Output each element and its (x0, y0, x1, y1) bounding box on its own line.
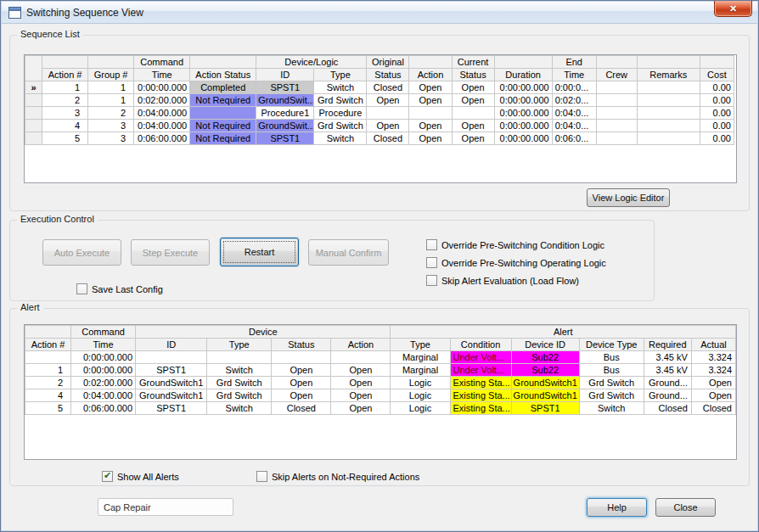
grid-cell[interactable]: 0:04:00.000 (134, 107, 190, 120)
grid-cell[interactable]: Open (272, 377, 331, 389)
grid-cell[interactable]: Open (409, 81, 452, 94)
grid-cell[interactable]: Closed (367, 81, 409, 94)
grid-cell[interactable]: Logic (391, 402, 450, 415)
grid-cell[interactable]: 0:00:00.000 (494, 107, 552, 120)
grid-cell[interactable] (136, 351, 207, 364)
column-header-device-type[interactable]: Type (207, 339, 272, 351)
grid-cell[interactable]: Open (409, 132, 452, 145)
grid-cell[interactable] (25, 132, 42, 145)
grid-cell[interactable]: Not Required (190, 120, 256, 132)
grid-cell[interactable] (596, 81, 637, 94)
column-header-remarks[interactable]: Remarks (637, 69, 700, 81)
title-bar[interactable]: Switching Sequence View (2, 2, 757, 24)
column-header-required[interactable]: Required (644, 339, 691, 351)
grid-cell[interactable]: Open (452, 120, 494, 132)
column-header-original-status[interactable]: Status (367, 69, 409, 81)
grid-cell[interactable] (207, 351, 272, 364)
table-row[interactable]: 20:02:00.000GroundSwitch1Grd SwitchOpenO… (25, 377, 736, 389)
column-header-actual[interactable]: Actual (691, 339, 735, 351)
grid-cell[interactable] (331, 351, 391, 364)
step-execute-button[interactable]: Step Execute (131, 239, 210, 266)
grid-cell[interactable]: Switch (579, 402, 644, 415)
column-header-end-time[interactable]: Time (552, 69, 596, 81)
grid-cell[interactable]: 0:00:00.000 (494, 120, 552, 132)
table-row[interactable]: 0:00:00.000MarginalUnder Volt...Sub22Bus… (25, 351, 736, 364)
grid-cell[interactable] (637, 132, 700, 145)
grid-cell[interactable]: 0:00:0... (552, 81, 596, 94)
grid-cell[interactable]: Open (331, 389, 391, 402)
grid-cell[interactable]: 0:04:0... (552, 107, 596, 120)
grid-cell[interactable] (596, 120, 637, 132)
column-header-cost[interactable]: Cost (700, 69, 734, 81)
grid-cell[interactable]: GroundSwitch1 (136, 377, 207, 389)
grid-cell[interactable]: Open (331, 402, 391, 415)
grid-cell[interactable]: 0:06:00.000 (134, 132, 190, 145)
grid-cell[interactable]: Switch (314, 132, 367, 145)
column-header-current-status[interactable]: Status (452, 69, 494, 81)
grid-cell[interactable]: 0:06:00.000 (71, 402, 136, 415)
grid-cell[interactable]: 1 (25, 364, 71, 377)
grid-cell[interactable] (452, 107, 494, 120)
table-row[interactable]: 530:06:00.000Not RequiredSPST1SwitchClos… (25, 132, 734, 145)
grid-cell[interactable]: Marginal (391, 351, 450, 364)
grid-cell[interactable]: 0:04:00.000 (134, 120, 190, 132)
grid-cell[interactable]: Open (452, 132, 494, 145)
grid-cell[interactable]: Marginal (391, 364, 450, 377)
grid-cell[interactable]: GroundSwitch1 (136, 389, 207, 402)
grid-cell[interactable]: 3.324 (691, 364, 735, 377)
grid-cell[interactable]: Open (409, 94, 452, 107)
grid-cell[interactable]: Open (331, 364, 391, 377)
grid-cell[interactable]: GroundSwit... (256, 120, 314, 132)
grid-cell[interactable]: Not Required (190, 132, 256, 145)
grid-cell[interactable]: Closed (367, 132, 409, 145)
view-logic-editor-button[interactable]: View Logic Editor (587, 188, 670, 207)
grid-cell[interactable]: 0:02:00.000 (134, 94, 190, 107)
column-header-duration[interactable]: Duration (494, 69, 552, 81)
grid-cell[interactable]: 4 (42, 120, 88, 132)
grid-cell[interactable]: Open (367, 94, 409, 107)
grid-cell[interactable] (596, 132, 637, 145)
grid-cell[interactable]: 3.324 (691, 351, 735, 364)
grid-cell[interactable]: Open (452, 94, 494, 107)
grid-cell[interactable]: Grd Switch (207, 377, 272, 389)
grid-cell[interactable]: 0.00 (700, 120, 734, 132)
grid-cell[interactable] (596, 107, 637, 120)
grid-cell[interactable]: Procedure (314, 107, 367, 120)
grid-cell[interactable]: 0:04:00.000 (71, 389, 136, 402)
grid-cell[interactable] (272, 351, 331, 364)
grid-cell[interactable]: Open (691, 377, 735, 389)
column-header-time[interactable]: Time (71, 339, 136, 351)
auto-execute-button[interactable]: Auto Execute (42, 239, 121, 266)
column-header-alert-type[interactable]: Type (391, 339, 450, 351)
grid-cell[interactable]: 0:00:00.000 (71, 351, 136, 364)
close-window-button[interactable]: ✕ (714, 1, 752, 17)
grid-cell[interactable]: Grd Switch (314, 94, 367, 107)
grid-cell[interactable]: 3.45 kV (644, 351, 691, 364)
grid-cell[interactable]: 2 (42, 94, 88, 107)
grid-cell[interactable]: Open (691, 389, 735, 402)
grid-cell[interactable]: GroundSwit... (256, 94, 314, 107)
grid-cell[interactable]: 0:00:00.000 (494, 94, 552, 107)
grid-cell[interactable]: 1 (42, 81, 88, 94)
grid-cell[interactable]: 0:06:0... (552, 132, 596, 145)
grid-cell[interactable]: SPST1 (511, 402, 579, 415)
grid-cell[interactable]: Logic (391, 389, 450, 402)
grid-cell[interactable]: Grd Switch (579, 389, 644, 402)
grid-cell[interactable]: Existing Sta... (450, 377, 511, 389)
grid-cell[interactable] (596, 94, 637, 107)
grid-cell[interactable]: Grd Switch (314, 120, 367, 132)
grid-cell[interactable]: Grd Switch (207, 389, 272, 402)
grid-cell[interactable] (25, 94, 42, 107)
grid-cell[interactable]: Switch (314, 81, 367, 94)
grid-cell[interactable]: Bus (579, 364, 644, 377)
grid-cell[interactable]: 2 (25, 377, 71, 389)
alert-grid[interactable]: Command Device Alert Action # Time ID Ty… (24, 324, 737, 460)
skip-alerts-checkbox[interactable]: Skip Alerts on Not-Required Actions (256, 471, 419, 482)
grid-cell[interactable]: 0.00 (700, 94, 734, 107)
grid-cell[interactable]: Existing Sta... (450, 402, 511, 415)
grid-cell[interactable]: SPST1 (256, 132, 314, 145)
grid-cell[interactable] (367, 107, 409, 120)
column-header-alert-device-type[interactable]: Device Type (579, 339, 644, 351)
grid-cell[interactable]: 1 (88, 94, 134, 107)
grid-cell[interactable]: Closed (691, 402, 735, 415)
